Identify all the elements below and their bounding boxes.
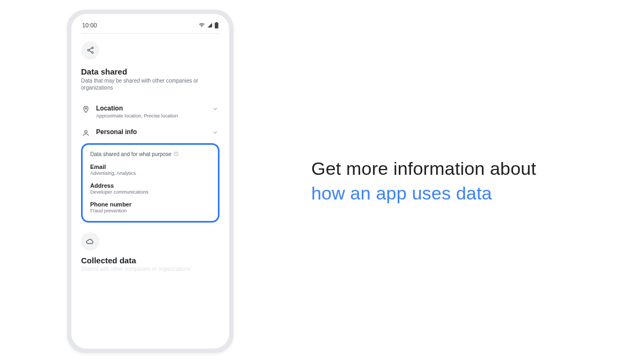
share-button[interactable] [81, 41, 99, 60]
purpose-item-title: Email [90, 164, 210, 170]
battery-icon [215, 22, 218, 28]
purpose-item-sub: Advertising, Analytics [90, 171, 210, 176]
purpose-item-address: Address Developer communications [90, 182, 210, 195]
data-shared-subtitle: Data that may be shared with other compa… [81, 77, 219, 92]
purpose-item-phone: Phone number Fraud prevention [90, 201, 210, 213]
collected-data-subtitle: Shared with other companies or organizat… [81, 266, 219, 272]
phone-mockup: 10:00 Data shared Data that may be share… [67, 10, 233, 353]
purpose-item-sub: Fraud prevention [90, 208, 210, 213]
purpose-item-email: Email Advertising, Analytics [90, 164, 210, 176]
svg-rect-0 [215, 23, 218, 28]
data-shared-title: Data shared [81, 67, 219, 76]
category-title: Location [96, 105, 207, 112]
info-icon[interactable] [173, 151, 179, 157]
purpose-item-title: Address [90, 182, 210, 189]
purpose-item-sub: Developer communications [90, 189, 210, 195]
share-icon [86, 46, 94, 54]
person-icon [81, 128, 91, 138]
svg-point-8 [85, 130, 87, 133]
data-purpose-header-text: Data shared and for what purpose [90, 151, 171, 157]
headline-line2: how an app uses data [311, 183, 492, 203]
stage: 10:00 Data shared Data that may be share… [0, 0, 644, 362]
headline-line1: Get more information about [311, 158, 536, 179]
status-time: 10:00 [82, 22, 97, 28]
status-bar: 10:00 [81, 19, 219, 31]
collected-data-icon-circle [81, 232, 99, 250]
data-purpose-card: Data shared and for what purpose Email A… [81, 143, 219, 223]
headline: Get more information about how an app us… [311, 157, 623, 206]
svg-rect-1 [216, 22, 217, 23]
phone-screen: 10:00 Data shared Data that may be share… [71, 14, 229, 349]
chevron-down-icon [212, 128, 219, 136]
status-icons [199, 22, 218, 28]
signal-icon [207, 23, 213, 28]
svg-line-6 [89, 50, 92, 52]
category-row-location[interactable]: Location Approximate location, Precise l… [81, 100, 219, 121]
location-pin-icon [81, 105, 91, 114]
category-row-personal-info[interactable]: Personal info [81, 124, 219, 140]
svg-line-5 [89, 48, 92, 50]
collected-data-title: Collected data [81, 256, 219, 265]
category-title: Personal info [96, 128, 207, 136]
data-purpose-header: Data shared and for what purpose [90, 151, 210, 157]
svg-point-11 [176, 153, 177, 153]
phone-column: 10:00 Data shared Data that may be share… [0, 0, 301, 362]
chevron-down-icon [212, 105, 219, 112]
status-divider [81, 33, 219, 34]
cloud-icon [86, 237, 94, 246]
purpose-item-title: Phone number [90, 201, 210, 208]
category-subtitle: Approximate location, Precise location [96, 113, 207, 119]
headline-column: Get more information about how an app us… [301, 157, 644, 206]
wifi-icon [199, 23, 205, 28]
svg-point-7 [85, 107, 87, 109]
